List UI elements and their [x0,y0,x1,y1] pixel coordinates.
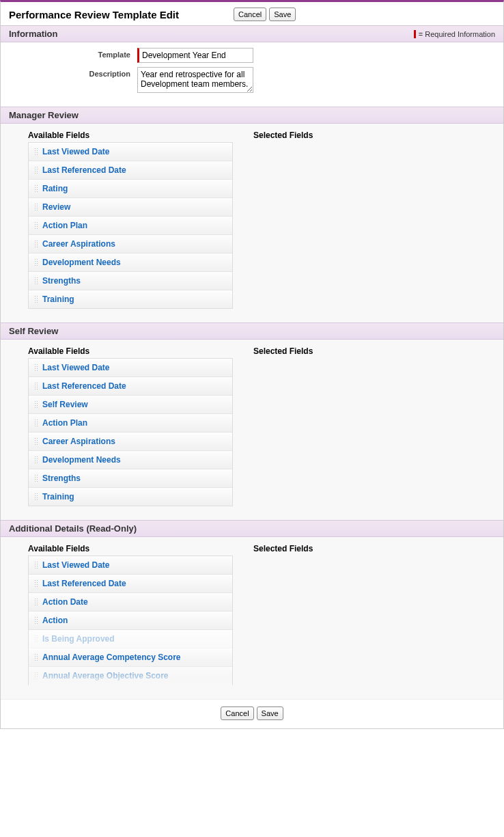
drag-handle-icon[interactable] [34,672,38,680]
drag-handle-icon[interactable] [34,400,38,409]
required-bar-icon [414,30,416,38]
section-header-manager-review: Manager Review [1,107,503,124]
field-item-label: Rating [42,184,68,193]
drag-handle-icon[interactable] [34,184,38,193]
field-item[interactable]: Last Viewed Date [29,143,232,161]
drag-handle-icon[interactable] [34,240,38,248]
page-header: Performance Review Template Edit Cancel … [1,2,503,25]
field-item-label: Review [42,202,70,212]
section-title-self-review: Self Review [9,326,58,336]
information-form: Template Description Year end retrospect… [1,42,503,107]
save-button-bottom[interactable]: Save [257,706,283,720]
field-item-label: Training [42,294,74,304]
field-item[interactable]: Action Plan [29,414,232,433]
field-item[interactable]: Last Viewed Date [29,359,232,377]
field-item[interactable]: Action Date [29,593,232,612]
field-item[interactable]: Career Aspirations [29,235,232,253]
drag-handle-icon[interactable] [34,598,38,606]
field-item[interactable]: Self Review [29,396,232,414]
field-item-label: Development Needs [42,455,121,465]
drag-handle-icon[interactable] [34,277,38,285]
drag-handle-icon[interactable] [34,363,38,372]
drag-handle-icon[interactable] [34,382,38,390]
drag-handle-icon[interactable] [34,437,38,445]
drag-handle-icon[interactable] [34,203,38,211]
drag-handle-icon[interactable] [34,258,38,266]
field-item-label: Strengths [42,474,81,483]
section-header-information: Information = Required Information [1,25,503,42]
field-item[interactable]: Last Referenced Date [29,377,232,396]
drag-handle-icon[interactable] [34,653,38,661]
field-item-label: Annual Average Objective Score [42,671,169,681]
drag-handle-icon[interactable] [34,493,38,501]
field-item-label: Last Viewed Date [42,560,109,570]
field-item[interactable]: Is Being Approved [29,630,232,648]
drag-handle-icon[interactable] [34,456,38,464]
available-fields-label: Available Fields [28,131,233,140]
field-item[interactable]: Action [29,612,232,630]
drag-handle-icon[interactable] [34,561,38,569]
field-item[interactable]: Annual Average Competency Score [29,648,232,667]
field-item-label: Annual Average Competency Score [42,653,181,662]
field-item[interactable]: Training [29,488,232,506]
field-item[interactable]: Training [29,290,232,308]
field-item-label: Self Review [42,400,88,409]
cancel-button-top[interactable]: Cancel [234,8,266,21]
page-title: Performance Review Template Edit [9,9,179,20]
drag-handle-icon[interactable] [34,148,38,156]
field-item[interactable]: Review [29,198,232,217]
drag-handle-icon[interactable] [34,635,38,643]
field-item[interactable]: Annual Average Objective Score [29,667,232,685]
drag-handle-icon[interactable] [34,221,38,230]
footer: Cancel Save [1,699,503,728]
drag-handle-icon[interactable] [34,579,38,588]
section-title-information: Information [9,29,58,39]
selected-fields-label: Selected Fields [253,131,458,140]
field-item[interactable]: Development Needs [29,253,232,272]
drag-handle-icon[interactable] [34,419,38,427]
description-input[interactable]: Year end retrospective for all Developme… [137,67,253,93]
field-item[interactable]: Last Referenced Date [29,575,232,593]
field-item-label: Last Viewed Date [42,363,109,372]
available-fields-label: Available Fields [28,544,233,553]
field-item[interactable]: Strengths [29,469,232,488]
description-label: Description [1,67,137,78]
field-item-label: Action Date [42,597,88,607]
manager-review-available-list: Last Viewed DateLast Referenced DateRati… [28,142,233,309]
required-legend: = Required Information [414,30,495,38]
drag-handle-icon[interactable] [34,474,38,482]
field-item[interactable]: Career Aspirations [29,433,232,451]
selected-fields-label: Selected Fields [253,544,458,553]
cancel-button-bottom[interactable]: Cancel [221,706,253,720]
selected-fields-label: Selected Fields [253,346,458,356]
section-title-manager-review: Manager Review [9,110,79,120]
section-header-self-review: Self Review [1,323,503,340]
field-item[interactable]: Last Referenced Date [29,161,232,180]
self-review-area: Available Fields Last Viewed DateLast Re… [1,340,503,520]
field-item-label: Last Referenced Date [42,165,126,175]
self-review-available-list: Last Viewed DateLast Referenced DateSelf… [28,358,233,506]
save-button-top[interactable]: Save [269,8,296,21]
drag-handle-icon[interactable] [34,295,38,303]
field-item-label: Strengths [42,276,81,286]
field-item[interactable]: Rating [29,180,232,198]
field-item-label: Last Referenced Date [42,579,126,588]
additional-details-available-list: Last Viewed DateLast Referenced DateActi… [28,555,233,685]
drag-handle-icon[interactable] [34,166,38,174]
field-item[interactable]: Last Viewed Date [29,556,232,575]
field-item[interactable]: Action Plan [29,217,232,235]
field-item-label: Action Plan [42,418,87,428]
field-item-label: Action [42,616,68,625]
field-item-label: Last Referenced Date [42,381,126,391]
field-item[interactable]: Development Needs [29,451,232,469]
field-item-label: Career Aspirations [42,437,115,446]
field-item-label: Last Viewed Date [42,147,109,156]
section-header-additional-details: Additional Details (Read-Only) [1,520,503,537]
section-title-additional-details: Additional Details (Read-Only) [9,523,137,534]
template-input[interactable] [137,48,253,63]
template-label: Template [1,48,137,59]
drag-handle-icon[interactable] [34,616,38,625]
field-item[interactable]: Strengths [29,272,232,290]
field-item-label: Action Plan [42,221,87,230]
field-item-label: Training [42,492,74,502]
